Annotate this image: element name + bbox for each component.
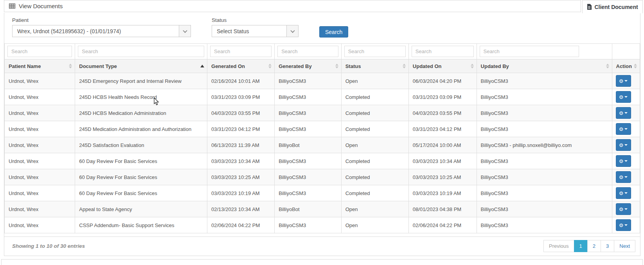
gear-icon: ⚙: [619, 175, 624, 180]
cell-generated-on: 02/13/2023 10:34 AM: [207, 201, 275, 217]
column-search-input-generated-by[interactable]: [277, 46, 338, 57]
row-action-button[interactable]: ⚙: [616, 91, 631, 103]
cell-status: Open: [341, 217, 408, 233]
pagination-3[interactable]: 3: [601, 240, 614, 252]
cell-updated-by: BilliyoCSM3: [477, 201, 612, 217]
cell-action: ⚙: [612, 201, 640, 217]
row-action-button[interactable]: ⚙: [616, 107, 631, 119]
patient-select-value: Wrex, Urdnot (5421895632) - (01/01/1974): [13, 25, 179, 37]
cell-generated-on: 06/13/2023 11:39 AM: [207, 137, 275, 153]
column-header-generated-by[interactable]: Generated By: [275, 59, 342, 73]
cell-updated-on: 03/03/2023 10:34 AM: [408, 153, 477, 169]
row-action-button[interactable]: ⚙: [616, 187, 631, 199]
table-row: Urdnot, Wrex245D Medication Administrati…: [5, 121, 640, 137]
table-row: Urdnot, Wrex245D Emergency Report and In…: [5, 73, 640, 89]
column-search-input-patient-name[interactable]: [7, 46, 72, 57]
column-header-patient-name[interactable]: Patient Name: [5, 59, 75, 73]
patient-select[interactable]: Wrex, Urdnot (5421895632) - (01/01/1974): [12, 25, 191, 37]
cell-status: Completed: [341, 153, 408, 169]
cell-updated-by: BilliyoCSM3: [477, 169, 612, 185]
cell-patient-name: Urdnot, Wrex: [5, 73, 75, 89]
cell-updated-by: BilliyoCSM3: [477, 105, 612, 121]
cell-document-type: Appeal to State Agency: [75, 201, 207, 217]
row-action-button[interactable]: ⚙: [616, 139, 631, 151]
caret-down-icon: [624, 96, 628, 98]
cell-updated-by: BilliyoCSM3 - phillip.snoxell@billiyo.co…: [477, 137, 612, 153]
chevron-down-icon: [179, 25, 191, 37]
cell-patient-name: Urdnot, Wrex: [5, 105, 75, 121]
caret-down-icon: [624, 192, 628, 194]
column-search-input-generated-on[interactable]: [210, 46, 272, 57]
row-action-button[interactable]: ⚙: [616, 75, 631, 87]
caret-down-icon: [624, 80, 628, 82]
cell-updated-on: 06/03/2024 04:20 PM: [408, 73, 477, 89]
column-header-label: Updated By: [481, 63, 509, 69]
row-action-button[interactable]: ⚙: [616, 123, 631, 135]
cell-status: Completed: [341, 169, 408, 185]
documents-panel: Patient Wrex, Urdnot (5421895632) - (01/…: [4, 13, 640, 256]
cell-generated-by: BilliyoCSM3: [275, 121, 342, 137]
cell-updated-by: BilliyoCSM3: [477, 153, 612, 169]
cell-updated-on: 03/31/2023 03:09 PM: [408, 89, 477, 105]
pagination-2[interactable]: 2: [587, 240, 601, 252]
sort-asc-icon: [200, 65, 204, 68]
column-header-label: Patient Name: [9, 63, 41, 69]
pagination-previous[interactable]: Previous: [543, 240, 574, 252]
row-action-button[interactable]: ⚙: [616, 219, 631, 231]
cell-generated-on: 03/31/2023 04:12 PM: [207, 121, 275, 137]
table-header-row: Patient NameDocument TypeGenerated OnGen…: [5, 59, 640, 73]
cell-action: ⚙: [612, 153, 640, 169]
column-header-updated-on[interactable]: Updated On: [408, 59, 477, 73]
cell-document-type: 60 Day Review For Basic Services: [75, 185, 207, 201]
table-row: Urdnot, Wrex60 Day Review For Basic Serv…: [5, 169, 640, 185]
cell-updated-on: 05/17/2024 10:00 AM: [408, 137, 477, 153]
gear-icon: ⚙: [619, 223, 624, 228]
cell-document-type: CSSP Addendum- Basic Support Services: [75, 217, 207, 233]
status-select[interactable]: Select Status: [212, 25, 299, 37]
column-header-status[interactable]: Status: [341, 59, 408, 73]
column-header-action[interactable]: Action: [612, 59, 640, 73]
sort-icon: [471, 64, 474, 68]
row-action-button[interactable]: ⚙: [616, 171, 631, 183]
cell-generated-by: BilliyoCSM3: [275, 185, 342, 201]
search-button[interactable]: Search: [319, 26, 348, 38]
cell-action: ⚙: [612, 73, 640, 89]
column-search-input-updated-by[interactable]: [480, 46, 579, 57]
status-select-value: Select Status: [212, 25, 286, 37]
entries-summary: Showing 1 to 10 of 30 entries: [12, 243, 85, 249]
cell-generated-on: 02/16/2024 10:01 AM: [207, 73, 275, 89]
cell-action: ⚙: [612, 121, 640, 137]
search-cell-generated-on: [207, 44, 275, 59]
search-cell-updated-on: [408, 44, 477, 59]
cell-updated-on: 03/31/2023 04:12 PM: [408, 121, 477, 137]
column-header-updated-by[interactable]: Updated By: [477, 59, 612, 73]
column-header-generated-on[interactable]: Generated On: [207, 59, 275, 73]
gear-icon: ⚙: [619, 191, 624, 196]
cell-generated-by: BilliyoCSM3: [275, 89, 342, 105]
cell-patient-name: Urdnot, Wrex: [5, 121, 75, 137]
gear-icon: ⚙: [619, 127, 624, 132]
pagination-next[interactable]: Next: [614, 240, 635, 252]
column-search-input-status[interactable]: [344, 46, 406, 57]
table-footer: Showing 1 to 10 of 30 entries Previous12…: [4, 236, 640, 256]
column-search-input-document-type[interactable]: [78, 46, 204, 57]
caret-down-icon: [624, 224, 628, 226]
tab-client-document-label: Client Document: [594, 4, 638, 10]
cell-generated-by: BilliyoCSM3: [275, 217, 342, 233]
gear-icon: ⚙: [619, 111, 624, 116]
table-row: Urdnot, Wrex245D HCBS Medication Adminis…: [5, 105, 640, 121]
row-action-button[interactable]: ⚙: [616, 155, 631, 167]
tab-client-document[interactable]: Client Document: [582, 0, 643, 13]
cell-patient-name: Urdnot, Wrex: [5, 169, 75, 185]
chevron-down-icon: [286, 25, 298, 37]
pagination-1[interactable]: 1: [574, 240, 588, 252]
row-action-button[interactable]: ⚙: [616, 203, 631, 215]
column-header-document-type[interactable]: Document Type: [75, 59, 207, 73]
pagination: Previous123Next: [544, 240, 635, 252]
caret-down-icon: [624, 208, 628, 210]
documents-table: Patient NameDocument TypeGenerated OnGen…: [4, 43, 640, 233]
column-search-input-updated-on[interactable]: [412, 46, 474, 57]
gear-icon: ⚙: [619, 95, 624, 100]
cell-generated-on: 03/03/2023 10:19 AM: [207, 185, 275, 201]
cell-document-type: 245D HCBS Medication Administration: [75, 105, 207, 121]
